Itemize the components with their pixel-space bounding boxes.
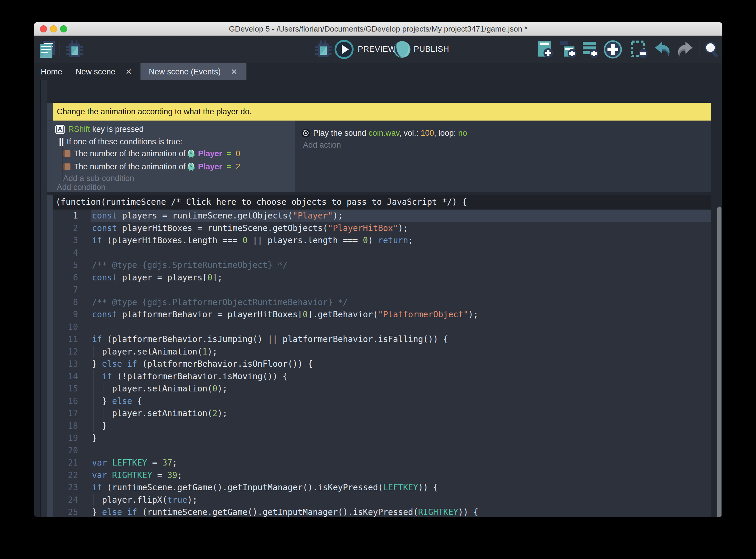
- condition-key-pressed[interactable]: A RShift key is pressed: [55, 124, 144, 135]
- preview-button[interactable]: PREVIEW: [358, 45, 396, 54]
- sub-condition-animation-2[interactable]: The number of the animation ofPlayer = 2: [63, 161, 240, 172]
- code-line-22[interactable]: 22var RIGHTKEY = 39;: [53, 469, 711, 482]
- tab-close-icon[interactable]: ✕: [231, 68, 237, 75]
- action-text: Play the sound coin.wav, vol.: 100, loop…: [313, 129, 467, 138]
- events-sheet: Change the animation according to what t…: [34, 81, 723, 517]
- action-play-sound[interactable]: Play the sound coin.wav, vol.: 100, loop…: [301, 128, 467, 138]
- code-line-15[interactable]: 15player.setAnimation(0);: [53, 382, 711, 395]
- code-line-5[interactable]: 5/** @type {gdjs.SpriteRuntimeObject} */: [53, 259, 711, 271]
- line-number: 15: [53, 382, 78, 395]
- tab-label: New scene (Events): [149, 67, 221, 76]
- object-name: Player: [198, 162, 222, 172]
- code-line-16[interactable]: 16} else {: [53, 395, 711, 407]
- line-number: 18: [53, 420, 78, 432]
- or-label: If one of these conditions is true:: [67, 137, 182, 147]
- tab-bar: HomeNew scene✕New scene (Events)✕: [34, 63, 723, 81]
- or-condition-header[interactable]: If one of these conditions is true:: [60, 136, 182, 147]
- sub-condition-animation-0[interactable]: The number of the animation ofPlayer = 0: [63, 148, 240, 159]
- search-icon[interactable]: [702, 40, 721, 59]
- conditions-panel: A RShift key is pressed If one of these …: [53, 120, 295, 192]
- toolbar: PREVIEW PUBLISH: [34, 36, 723, 63]
- line-number: 8: [53, 296, 78, 309]
- undo-icon[interactable]: [653, 40, 672, 59]
- standard-event: A RShift key is pressed If one of these …: [53, 120, 711, 192]
- comment-event[interactable]: Change the animation according to what t…: [53, 103, 711, 120]
- line-number: 4: [53, 247, 78, 259]
- line-number: 20: [53, 444, 78, 457]
- line-number: 21: [53, 456, 78, 469]
- code-line-19[interactable]: 19}: [53, 432, 711, 444]
- code-line-14[interactable]: 14if (!platformerBehavior.isMoving()) {: [53, 370, 711, 383]
- line-number: 22: [53, 469, 78, 482]
- line-number: 13: [53, 358, 78, 370]
- tab-new-scene[interactable]: New scene✕: [71, 63, 140, 81]
- debugger-icon[interactable]: [65, 40, 84, 59]
- add-more-events-icon[interactable]: [603, 40, 622, 59]
- line-number: 16: [53, 395, 78, 407]
- publish-button[interactable]: PUBLISH: [414, 45, 449, 54]
- line-number: 5: [53, 259, 78, 271]
- comment-text: Change the animation according to what t…: [57, 107, 252, 116]
- delete-selection-icon[interactable]: [630, 40, 649, 59]
- titlebar: GDevelop 5 - /Users/florian/Documents/GD…: [34, 22, 723, 36]
- publish-sphere-icon[interactable]: [393, 40, 411, 59]
- code-line-18[interactable]: 18}: [53, 420, 711, 432]
- code-line-12[interactable]: 12player.setAnimation(1);: [53, 345, 711, 358]
- code-line-21[interactable]: 21var LEFTKEY = 37;: [53, 456, 711, 469]
- code-line-1[interactable]: 1const players = runtimeScene.getObjects…: [53, 209, 711, 222]
- add-action-link[interactable]: Add action: [303, 140, 341, 150]
- code-line-24[interactable]: 24player.flipX(true);: [53, 494, 711, 506]
- add-condition-link[interactable]: Add condition: [57, 182, 106, 193]
- tab-label: Home: [41, 67, 62, 76]
- code-line-8[interactable]: 8/** @type {gdjs.PlatformerObjectRuntime…: [53, 296, 711, 309]
- event-handle-event[interactable]: [47, 121, 53, 192]
- line-number: 1: [53, 209, 78, 222]
- toolbar-separator: [60, 42, 60, 57]
- event-handle-comment[interactable]: [47, 103, 53, 120]
- condition-text: RShift key is pressed: [68, 125, 144, 134]
- tab-label: New scene: [76, 67, 115, 76]
- operator: =: [222, 162, 236, 172]
- event-handle-js[interactable]: [47, 195, 53, 517]
- code-line-23[interactable]: 23if (runtimeScene.getGame().getInputMan…: [53, 481, 711, 494]
- code-line-4[interactable]: 4: [53, 247, 711, 259]
- code-line-10[interactable]: 10: [53, 321, 711, 333]
- code-line-9[interactable]: 9const platformerBehavior = playerHitBox…: [53, 308, 711, 321]
- redo-icon[interactable]: [675, 40, 694, 59]
- code-line-3[interactable]: 3if (playerHitBoxes.length === 0 || play…: [53, 234, 711, 247]
- events-margin-rail: [40, 81, 47, 517]
- player-object-icon: [187, 162, 196, 171]
- code-line-17[interactable]: 17player.setAnimation(2);: [53, 407, 711, 420]
- add-comment-icon[interactable]: [581, 40, 600, 59]
- code-line-20[interactable]: 20: [53, 444, 711, 457]
- sound-icon: [301, 129, 311, 138]
- object-name: Player: [198, 149, 222, 158]
- line-number: 12: [53, 345, 78, 358]
- add-subevent-icon[interactable]: [559, 40, 578, 59]
- toolbar-separator: [626, 42, 626, 57]
- tab-close-icon[interactable]: ✕: [125, 68, 132, 75]
- line-number: 3: [53, 234, 78, 247]
- line-number: 17: [53, 407, 78, 420]
- code-line-6[interactable]: 6const player = players[0];: [53, 271, 711, 284]
- sub-condition-text: The number of the animation of: [74, 162, 185, 172]
- code-line-11[interactable]: 11if (platformerBehavior.isJumping() || …: [53, 333, 711, 345]
- code-editor[interactable]: 1const players = runtimeScene.getObjects…: [53, 209, 711, 517]
- code-line-25[interactable]: 25} else if (runtimeScene.getGame().getI…: [53, 506, 711, 517]
- tab-new-scene-events-[interactable]: New scene (Events)✕: [140, 63, 247, 81]
- value: 0: [236, 149, 240, 158]
- line-number: 25: [53, 506, 78, 517]
- tab-home[interactable]: Home: [34, 63, 71, 81]
- code-line-7[interactable]: 7: [53, 284, 711, 296]
- code-line-2[interactable]: 2const playerHitBoxes = runtimeScene.get…: [53, 222, 711, 234]
- project-manager-icon[interactable]: [38, 40, 57, 59]
- operator: =: [222, 149, 236, 158]
- add-event-icon[interactable]: [536, 40, 555, 59]
- line-number: 6: [53, 271, 78, 284]
- code-line-13[interactable]: 13} else if (platformerBehavior.isOnFloo…: [53, 358, 711, 370]
- js-code-header[interactable]: (function(runtimeScene /* Click here to …: [53, 195, 711, 209]
- vertical-scrollbar-thumb[interactable]: [717, 206, 721, 517]
- player-object-icon: [187, 149, 196, 158]
- debug-icon[interactable]: [314, 40, 333, 59]
- preview-play-icon[interactable]: [334, 39, 354, 60]
